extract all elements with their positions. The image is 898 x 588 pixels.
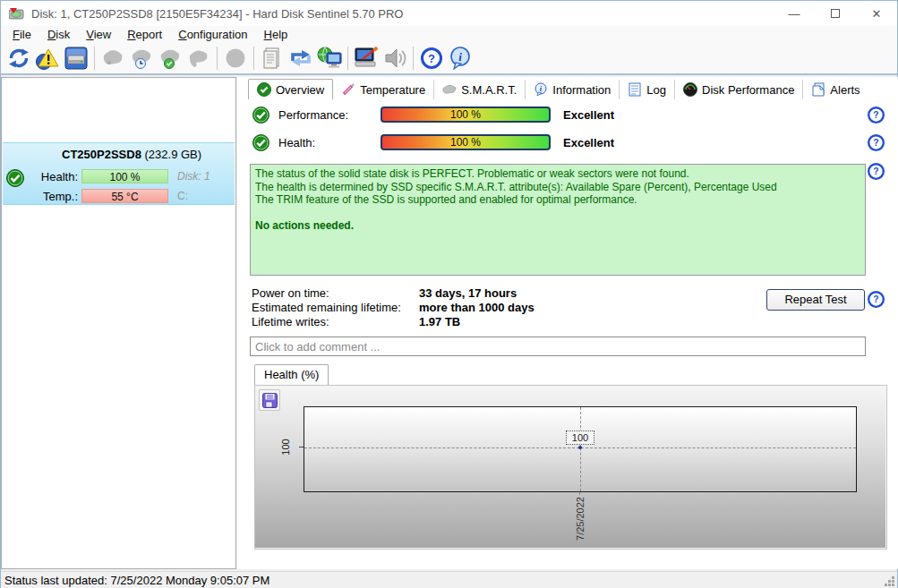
help-icon[interactable]: ? <box>417 45 446 72</box>
disk-clock-icon[interactable] <box>127 45 156 72</box>
toolbar: ? i <box>1 43 897 75</box>
disk-list-item-selected[interactable]: CT250P2SSD8 (232.9 GB) Health: 100 % Dis… <box>3 142 235 205</box>
maximize-button[interactable] <box>815 1 856 26</box>
chart-tab-health[interactable]: Health (%) <box>254 364 329 385</box>
health-help-icon[interactable]: ? <box>868 134 885 151</box>
svg-text:?: ? <box>873 110 878 120</box>
disk-status-ok-icon <box>6 169 24 187</box>
tab-log-label: Log <box>646 83 666 97</box>
health-row: Health: 100 % Excellent ? <box>237 134 898 154</box>
sidebar-temp-label: Temp.: <box>24 190 78 203</box>
tab-alerts-label: Alerts <box>830 83 860 97</box>
close-button[interactable]: ✕ <box>856 1 897 26</box>
sync-icon[interactable] <box>287 45 315 72</box>
chart-x-axis-label: 7/25/2022 <box>575 492 586 546</box>
health-bar: 100 % <box>381 134 551 150</box>
disk-remove-icon[interactable] <box>184 45 213 72</box>
svg-text:?: ? <box>873 138 878 148</box>
lifetime-writes-value: 1.97 TB <box>419 315 460 328</box>
refresh-icon[interactable] <box>4 45 33 72</box>
tab-alerts[interactable]: Alerts <box>803 80 868 99</box>
lifetime-writes-label: Lifetime writes: <box>252 315 329 328</box>
log-document-icon <box>628 82 642 97</box>
disk-check-icon[interactable] <box>156 45 184 72</box>
menu-report[interactable]: Report <box>119 27 170 42</box>
detect-disk-icon[interactable] <box>98 45 127 72</box>
report-icon[interactable] <box>258 45 287 72</box>
tab-overview[interactable]: Overview <box>248 79 333 99</box>
tab-log[interactable]: Log <box>620 80 675 99</box>
status-line: The health is determined by SSD specific… <box>255 181 860 194</box>
tab-overview-label: Overview <box>276 83 324 97</box>
overview-check-icon <box>257 82 271 97</box>
thermometer-icon <box>341 82 355 97</box>
toolbar-separator <box>253 47 254 70</box>
health-rating: Excellent <box>563 136 614 149</box>
tab-smart[interactable]: S.M.A.R.T. <box>434 80 526 99</box>
resize-grip[interactable] <box>884 575 895 587</box>
shutdown-icon[interactable] <box>221 45 250 72</box>
alerts-page-icon <box>811 82 825 97</box>
sidebar-health-label: Health: <box>24 170 78 183</box>
network-icon[interactable] <box>315 45 344 72</box>
toolbar-separator <box>413 47 414 70</box>
power-on-time-label: Power on time: <box>252 286 329 300</box>
status-line: The status of the solid state disk is PE… <box>255 167 860 181</box>
sidebar-health-bar: 100 % <box>81 169 168 183</box>
repeat-test-help-icon[interactable]: ? <box>868 291 885 308</box>
tab-disk-performance[interactable]: Disk Performance <box>675 80 803 99</box>
status-help-icon[interactable]: ? <box>868 163 885 180</box>
chart-point-label: 100 <box>566 430 594 445</box>
menu-configuration[interactable]: Configuration <box>170 27 255 42</box>
sidebar-disk-number: Disk: 1 <box>177 170 210 183</box>
title-bar: Disk: 1, CT250P2SSD8 [2150E5F34234] - Ha… <box>1 1 897 26</box>
status-bar-text: Status last updated: 7/25/2022 Monday 9:… <box>1 574 269 587</box>
tab-information[interactable]: i Information <box>526 80 620 99</box>
svg-text:i: i <box>458 50 462 64</box>
disk-status-text-box: The status of the solid state disk is PE… <box>250 164 866 276</box>
disk-overview-icon[interactable] <box>62 45 90 72</box>
svg-text:?: ? <box>428 52 435 65</box>
status-bar: Status last updated: 7/25/2022 Monday 9:… <box>1 571 897 588</box>
health-ok-icon <box>252 134 269 151</box>
repeat-test-button[interactable]: Repeat Test <box>766 289 865 311</box>
toolbar-separator <box>94 47 95 70</box>
smart-disk-icon <box>442 82 457 97</box>
status-action-line: No actions needed. <box>255 219 860 232</box>
comment-input[interactable] <box>250 337 866 356</box>
save-chart-button[interactable] <box>259 389 280 411</box>
tab-temperature-label: Temperature <box>360 83 425 97</box>
minimize-button[interactable]: — <box>774 1 815 26</box>
performance-rating: Excellent <box>563 108 614 122</box>
health-chart: 100 100 7/25/2022 <box>254 385 887 550</box>
chart-data-point <box>578 446 582 449</box>
desktop-tools-icon[interactable] <box>352 45 381 72</box>
performance-label: Performance: <box>278 108 348 122</box>
performance-row: Performance: 100 % Excellent ? <box>237 107 898 126</box>
tab-smart-label: S.M.A.R.T. <box>461 83 517 97</box>
menu-bar: File Disk View Report Configuration Help <box>1 26 897 43</box>
overview-panel: Overview Temperature S.M.A.R.T. i Inform… <box>237 77 898 569</box>
performance-bar: 100 % <box>381 107 551 123</box>
menu-disk[interactable]: Disk <box>39 27 78 42</box>
tab-temperature[interactable]: Temperature <box>333 80 434 99</box>
toolbar-separator <box>347 47 348 70</box>
chart-y-axis-label: 100 <box>280 434 292 461</box>
performance-ok-icon <box>252 107 269 124</box>
floppy-disk-icon <box>262 393 278 408</box>
tab-information-label: Information <box>552 83 611 97</box>
remaining-lifetime-value: more than 1000 days <box>419 301 535 314</box>
warning-status-icon[interactable] <box>33 45 62 72</box>
toolbar-separator <box>217 47 218 70</box>
disk-name: CT250P2SSD8 (232.9 GB) <box>62 148 201 161</box>
sidebar-temp-bar: 55 °C <box>81 189 168 203</box>
gauge-icon <box>683 82 697 97</box>
maximize-icon <box>831 9 840 18</box>
menu-help[interactable]: Help <box>256 27 296 42</box>
performance-help-icon[interactable]: ? <box>868 107 885 124</box>
sounds-icon[interactable] <box>381 45 409 72</box>
menu-view[interactable]: View <box>78 27 119 42</box>
menu-file[interactable]: File <box>4 27 39 42</box>
app-icon <box>9 7 25 20</box>
information-icon[interactable]: i <box>446 45 475 72</box>
